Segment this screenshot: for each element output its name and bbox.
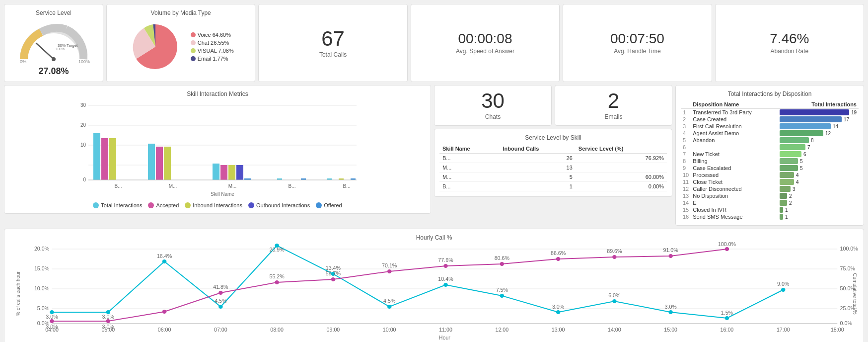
svg-line-0	[36, 43, 54, 59]
svg-point-110	[218, 291, 223, 295]
svg-text:89.6%: 89.6%	[607, 249, 622, 254]
svg-text:M...: M...	[228, 183, 237, 189]
legend-inbound: Inbound Interactions	[185, 202, 242, 208]
svg-point-111	[275, 280, 279, 284]
legend-email: Email 1.77%	[191, 56, 234, 62]
svg-text:B...: B...	[114, 183, 122, 189]
col-service-level: Service Level (%)	[576, 144, 667, 154]
svg-text:100.0%: 100.0%	[840, 246, 858, 252]
svg-point-115	[500, 262, 505, 266]
svg-text:17:00: 17:00	[777, 327, 790, 333]
svg-text:20.9%: 20.9%	[270, 247, 285, 253]
svg-rect-25	[213, 164, 219, 180]
svg-text:1.5%: 1.5%	[721, 310, 733, 316]
disposition-row: 9 Case Escalated 5	[681, 165, 859, 171]
hourly-call-title: Hourly Call %	[9, 234, 859, 241]
svg-text:30: 30	[80, 102, 86, 108]
svg-text:18:00: 18:00	[831, 327, 844, 333]
svg-text:41.8%: 41.8%	[213, 284, 228, 290]
legend-voice: Voice 64.60%	[191, 32, 234, 38]
avg-speed-card: 00:00:08 Avg. Speed of Answer	[411, 4, 560, 82]
svg-text:4.5%: 4.5%	[383, 298, 395, 304]
service-skill-row: B...10.00%	[439, 182, 667, 191]
disposition-row: 6 7	[681, 144, 859, 151]
disposition-row: 8 Billing 5	[681, 158, 859, 165]
svg-text:3.0%: 3.0%	[102, 314, 114, 320]
svg-rect-22	[164, 147, 171, 180]
svg-text:09:00: 09:00	[327, 327, 340, 333]
svg-text:12:00: 12:00	[495, 327, 508, 333]
svg-text:10.0%: 10.0%	[34, 286, 49, 291]
svg-rect-20	[148, 144, 155, 180]
legend-outbound: Outbound Interactions	[248, 202, 310, 208]
disposition-row: 16 Send SMS Message 1	[681, 213, 859, 220]
emails-card: 2 Emails	[555, 85, 672, 126]
svg-rect-21	[156, 147, 163, 180]
skill-bar-chart: 30 20 10 0	[9, 100, 426, 200]
svg-text:100%: 100%	[56, 47, 65, 51]
svg-point-1	[52, 57, 56, 61]
svg-rect-17	[109, 138, 116, 180]
avg-speed-label: Avg. Speed of Answer	[456, 48, 514, 55]
svg-text:55.2%: 55.2%	[270, 274, 285, 279]
svg-point-87	[500, 294, 505, 298]
svg-text:3.0%: 3.0%	[665, 304, 677, 310]
svg-rect-28	[236, 165, 243, 180]
svg-point-89	[612, 299, 617, 303]
svg-text:B...: B...	[343, 183, 350, 189]
svg-text:Cumulative total %: Cumulative total %	[852, 273, 858, 314]
svg-text:4.5%: 4.5%	[215, 298, 226, 304]
volume-card: Volume by Media Type	[106, 4, 255, 82]
svg-point-108	[106, 319, 111, 323]
svg-point-92	[781, 288, 786, 292]
svg-text:6.0%: 6.0%	[608, 293, 620, 298]
service-skill-table: Skill Name Inbound Calls Service Level (…	[439, 144, 667, 191]
svg-point-91	[725, 316, 729, 320]
svg-point-107	[50, 319, 54, 323]
avg-handle-card: 00:07:50 Avg. Handle Time	[563, 4, 712, 82]
svg-text:100.0%: 100.0%	[718, 242, 736, 247]
svg-text:77.6%: 77.6%	[438, 257, 453, 263]
chats-value: 30	[481, 90, 505, 111]
svg-text:75.0%: 75.0%	[840, 266, 855, 271]
disposition-table: Disposition Name Total Interactions 1 Tr…	[681, 100, 859, 220]
disposition-row: 2 Case Created 17	[681, 116, 859, 123]
col-disposition-name: Disposition Name	[691, 100, 778, 109]
svg-text:20: 20	[80, 122, 86, 128]
disposition-row: 1 Transferred To 3rd Party 19	[681, 109, 859, 116]
disposition-row: 11 Close Ticket 4	[681, 178, 859, 185]
abandon-rate-value: 7.46%	[770, 32, 809, 46]
chats-card: 30 Chats	[434, 85, 552, 126]
svg-point-117	[612, 255, 617, 259]
disposition-row: 12 Caller Disconnected 3	[681, 185, 859, 192]
svg-point-80	[106, 310, 111, 314]
avg-handle-value: 00:07:50	[610, 32, 664, 46]
service-skill-card: Service Level by Skill Skill Name Inboun…	[434, 129, 672, 197]
svg-text:M...: M...	[169, 183, 177, 189]
svg-point-109	[162, 310, 167, 314]
emails-label: Emails	[604, 113, 622, 120]
disposition-row: 13 No Disposition 2	[681, 192, 859, 199]
disposition-row: 7 New Ticket 6	[681, 151, 859, 158]
svg-text:100%: 100%	[78, 59, 90, 64]
svg-rect-26	[220, 165, 227, 180]
svg-text:Hour: Hour	[439, 335, 451, 341]
svg-point-113	[387, 269, 392, 273]
svg-text:86.6%: 86.6%	[551, 251, 566, 256]
chats-label: Chats	[485, 113, 501, 120]
service-skill-row: M...13	[439, 163, 667, 172]
disposition-row: 14 E 2	[681, 199, 859, 206]
svg-text:3.0%: 3.0%	[46, 314, 58, 320]
svg-rect-27	[228, 165, 235, 180]
svg-text:14:00: 14:00	[608, 327, 621, 333]
col-total-interactions: Total Interactions	[778, 100, 859, 109]
svg-point-82	[218, 305, 223, 309]
total-calls-label: Total Calls	[319, 51, 347, 58]
pie-chart	[128, 19, 183, 74]
volume-title: Volume by Media Type	[112, 9, 250, 16]
svg-text:20.0%: 20.0%	[34, 246, 49, 252]
svg-text:9.0%: 9.0%	[777, 281, 789, 287]
service-skill-title: Service Level by Skill	[439, 134, 667, 141]
svg-point-86	[443, 283, 448, 287]
svg-text:15.0%: 15.0%	[34, 266, 49, 271]
